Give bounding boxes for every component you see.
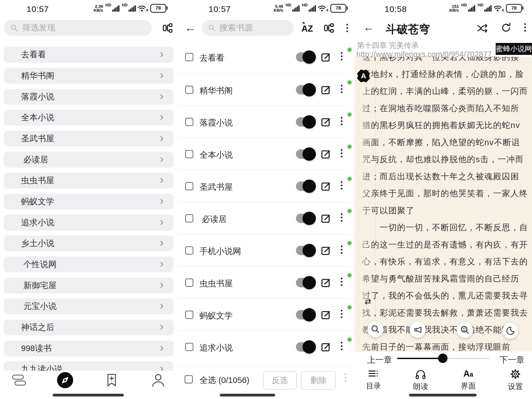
next-chapter-button[interactable]: 下一章 <box>500 354 525 366</box>
row-checkbox[interactable] <box>185 53 193 61</box>
list-item[interactable]: 元宝小说› <box>4 298 173 314</box>
nav-read-aloud[interactable]: 朗读 <box>404 369 437 392</box>
row-checkbox[interactable] <box>185 118 193 126</box>
list-item[interactable]: 圣武书屋› <box>4 131 173 147</box>
row-more-icon[interactable] <box>341 310 342 318</box>
more-menu-icon[interactable] <box>524 23 526 32</box>
row-more-icon[interactable] <box>341 213 342 222</box>
row-more-icon[interactable] <box>341 117 342 125</box>
footer-more-icon[interactable] <box>345 374 346 382</box>
profile-icon[interactable] <box>150 372 166 390</box>
source-row[interactable]: 圣武书屋 <box>177 170 355 202</box>
enable-toggle[interactable] <box>296 342 315 352</box>
search-input[interactable]: 搜索书源 <box>202 20 294 36</box>
list-item[interactable]: 去看看› <box>4 47 173 63</box>
read-aloud-button[interactable] <box>410 322 426 338</box>
list-item[interactable]: 追求小说› <box>4 215 173 231</box>
source-row[interactable]: 精华书阁 <box>177 73 355 106</box>
back-icon[interactable]: ← <box>185 21 196 34</box>
list-item[interactable]: 精华书阁› <box>4 68 173 84</box>
enable-toggle[interactable] <box>296 181 315 191</box>
list-item[interactable]: 九九读小说› <box>4 361 173 371</box>
change-source-shuffle-icon[interactable] <box>477 23 488 34</box>
row-checkbox[interactable] <box>185 214 193 222</box>
list-item[interactable]: 乡土小说› <box>4 236 173 251</box>
more-menu-icon[interactable] <box>346 24 348 32</box>
source-row[interactable]: 必读居 <box>177 202 355 234</box>
search-input[interactable]: 筛选发现 <box>4 20 152 36</box>
source-site-badge[interactable]: 蜜蜂小说网 <box>496 43 532 55</box>
edit-icon[interactable] <box>320 148 331 160</box>
list-item[interactable]: 998读书› <box>4 341 173 356</box>
edit-icon[interactable] <box>320 180 331 193</box>
edit-icon[interactable] <box>320 84 331 96</box>
enable-toggle[interactable] <box>296 85 315 94</box>
row-checkbox[interactable] <box>185 86 193 94</box>
row-checkbox[interactable] <box>185 278 193 287</box>
chapter-slider-thumb[interactable] <box>438 354 447 363</box>
row-checkbox[interactable] <box>185 311 193 319</box>
row-more-icon[interactable] <box>341 149 342 157</box>
enable-toggle[interactable] <box>296 214 315 223</box>
swap-position-icon[interactable]: ⇄ <box>365 297 371 306</box>
row-more-icon[interactable] <box>341 342 342 350</box>
edit-icon[interactable] <box>320 277 331 289</box>
refresh-icon[interactable] <box>501 22 512 34</box>
enable-toggle[interactable] <box>296 310 315 319</box>
explore-compass-icon[interactable] <box>56 371 74 390</box>
list-item[interactable]: 个性说网› <box>4 257 173 272</box>
list-item[interactable]: 必读居› <box>4 152 173 168</box>
bookmark-add-icon[interactable] <box>104 372 120 390</box>
chapter-slider-track[interactable] <box>397 358 489 359</box>
edit-icon[interactable] <box>320 309 331 321</box>
invert-selection-button[interactable]: 反选 <box>263 371 297 390</box>
night-mode-button[interactable] <box>502 323 518 339</box>
source-row[interactable]: 落霞小说 <box>177 105 355 138</box>
source-row[interactable]: 虫虫书屋 <box>177 266 355 299</box>
row-more-icon[interactable] <box>341 85 342 93</box>
source-row[interactable]: 全本小说 <box>177 137 355 170</box>
row-checkbox[interactable] <box>185 182 193 190</box>
nav-settings[interactable]: 设置 <box>499 369 532 392</box>
list-item[interactable]: 新御宅屋› <box>4 278 173 293</box>
edit-icon[interactable] <box>320 116 331 128</box>
enable-toggle[interactable] <box>296 117 315 127</box>
edit-icon[interactable] <box>320 213 331 225</box>
row-more-icon[interactable] <box>341 52 342 60</box>
enable-toggle[interactable] <box>296 149 315 159</box>
list-item[interactable]: 蚂蚁文学› <box>4 194 173 209</box>
enable-toggle[interactable] <box>296 278 315 287</box>
source-row[interactable]: 蚂蚁文学 <box>177 298 355 331</box>
select-all-checkbox[interactable] <box>185 375 193 383</box>
enable-toggle[interactable] <box>296 246 315 255</box>
list-item[interactable]: 神话之后› <box>4 319 173 335</box>
group-flow-icon[interactable] <box>324 23 334 34</box>
back-icon[interactable]: ← <box>363 21 375 34</box>
row-more-icon[interactable] <box>341 181 342 190</box>
enable-toggle[interactable] <box>296 52 315 62</box>
nav-appearance[interactable]: Aa 界面 <box>452 369 485 391</box>
list-item[interactable]: 落霞小说› <box>4 89 173 105</box>
edit-icon[interactable] <box>320 341 331 353</box>
row-checkbox[interactable] <box>185 246 193 255</box>
nav-toc[interactable]: 目录 <box>357 369 390 391</box>
source-row[interactable]: 去看看 <box>177 41 355 73</box>
row-more-icon[interactable] <box>341 245 342 254</box>
source-flow-icon[interactable] <box>162 23 173 34</box>
search-replace-button[interactable] <box>457 322 473 338</box>
edit-icon[interactable] <box>320 245 331 257</box>
search-content-button[interactable] <box>367 321 383 337</box>
delete-button[interactable]: 删除 <box>301 371 336 390</box>
edit-icon[interactable] <box>320 51 331 63</box>
prev-chapter-button[interactable]: 上一章 <box>367 354 392 366</box>
reading-page[interactable]: 这个黑衫男对其一位美若天仙般身影的接 断地封x，打通经脉的表情，心跳的加，脸 上… <box>355 57 532 352</box>
source-row[interactable]: 手机小说网 <box>177 234 355 267</box>
bookshelf-icon[interactable] <box>11 373 28 390</box>
list-item[interactable]: 虫虫书屋› <box>4 173 173 188</box>
select-all-label[interactable]: 全选 (0/1056) <box>200 375 249 386</box>
row-checkbox[interactable] <box>185 343 193 351</box>
row-checkbox[interactable] <box>185 150 193 158</box>
row-more-icon[interactable] <box>341 278 342 286</box>
source-row[interactable]: 追求小说 <box>177 330 355 363</box>
list-item[interactable]: 全本小说› <box>4 110 173 126</box>
